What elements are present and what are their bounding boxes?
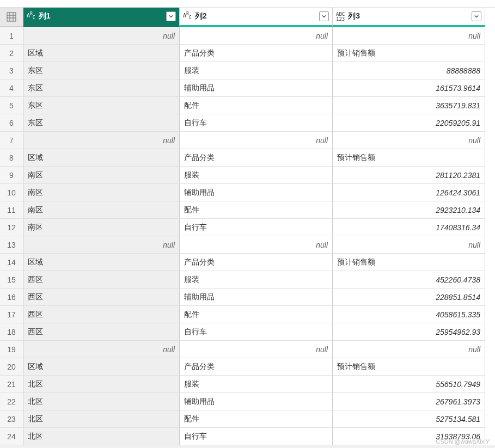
cell[interactable]: 北区 (23, 428, 180, 445)
table-row[interactable]: 15西区服装452260.4738 (0, 271, 495, 289)
cell[interactable]: 西区 (23, 271, 180, 289)
table-row[interactable]: 20区域产品分类预计销售额 (0, 358, 495, 376)
cell[interactable]: 服装 (180, 271, 333, 289)
cell[interactable]: null (23, 27, 180, 45)
cell[interactable]: 88888888 (333, 62, 485, 79)
cell[interactable]: 西区 (23, 323, 180, 341)
cell[interactable]: 区域 (23, 358, 180, 376)
row-number[interactable]: 1 (0, 27, 23, 45)
table-row[interactable]: 24北区自行车31938793.06 (0, 428, 495, 445)
row-number[interactable]: 4 (0, 79, 23, 97)
cell[interactable]: 267961.3973 (333, 393, 485, 410)
table-row[interactable]: 17西区配件4058615.335 (0, 306, 495, 323)
datatype-icon[interactable]: ABC (183, 12, 192, 20)
cell[interactable]: 辅助用品 (180, 289, 333, 306)
table-row[interactable]: 19nullnullnull (0, 341, 495, 358)
row-number[interactable]: 21 (0, 376, 23, 393)
cell[interactable]: 预计销售额 (333, 358, 485, 376)
cell[interactable]: 服装 (180, 167, 333, 184)
cell[interactable]: null (180, 341, 333, 358)
cell[interactable]: 东区 (23, 79, 180, 97)
table-row[interactable]: 13nullnullnull (0, 236, 495, 254)
row-number[interactable]: 2 (0, 45, 23, 62)
column-header-3[interactable]: ABC123列3 (333, 8, 485, 27)
cell[interactable]: 南区 (23, 184, 180, 201)
cell[interactable]: 2923210.134 (333, 201, 485, 219)
cell[interactable]: 产品分类 (180, 45, 333, 62)
cell[interactable]: 服装 (180, 62, 333, 79)
table-row[interactable]: 3东区服装88888888 (0, 62, 495, 79)
cell[interactable]: 配件 (180, 97, 333, 114)
datatype-icon[interactable]: ABC123 (336, 11, 345, 21)
row-number[interactable]: 20 (0, 358, 23, 376)
row-number[interactable]: 22 (0, 393, 23, 410)
cell[interactable]: 产品分类 (180, 149, 333, 167)
cell[interactable]: 北区 (23, 410, 180, 428)
cell[interactable]: 区域 (23, 45, 180, 62)
cell[interactable]: null (180, 236, 333, 254)
cell[interactable]: 辅助用品 (180, 184, 333, 201)
cell[interactable]: null (180, 27, 333, 45)
cell[interactable]: 西区 (23, 306, 180, 323)
cell[interactable]: 南区 (23, 201, 180, 219)
cell[interactable]: 126424.3061 (333, 184, 485, 201)
cell[interactable]: 22059205.91 (333, 114, 485, 132)
column-header-2[interactable]: ABC列2 (180, 8, 333, 27)
cell[interactable]: 东区 (23, 62, 180, 79)
cell[interactable]: 自行车 (180, 428, 333, 445)
column-header-1[interactable]: ABC列1 (23, 8, 180, 27)
row-number[interactable]: 15 (0, 271, 23, 289)
column-filter-dropdown[interactable] (472, 11, 481, 21)
row-number[interactable]: 12 (0, 219, 23, 236)
row-number[interactable]: 19 (0, 341, 23, 358)
cell[interactable]: 配件 (180, 410, 333, 428)
cell[interactable]: 281120.2381 (333, 167, 485, 184)
cell[interactable]: null (333, 132, 485, 149)
row-number[interactable]: 11 (0, 201, 23, 219)
cell[interactable]: 25954962.93 (333, 323, 485, 341)
row-number[interactable]: 23 (0, 410, 23, 428)
cell[interactable]: null (23, 341, 180, 358)
row-number[interactable]: 18 (0, 323, 23, 341)
cell[interactable]: 自行车 (180, 219, 333, 236)
table-row[interactable]: 21北区服装556510.7949 (0, 376, 495, 393)
row-number[interactable]: 16 (0, 289, 23, 306)
row-number[interactable]: 8 (0, 149, 23, 167)
table-row[interactable]: 8区域产品分类预计销售额 (0, 149, 495, 167)
cell[interactable]: 228851.8514 (333, 289, 485, 306)
table-row[interactable]: 6东区自行车22059205.91 (0, 114, 495, 132)
cell[interactable]: 452260.4738 (333, 271, 485, 289)
cell[interactable]: 区域 (23, 254, 180, 271)
select-all-corner[interactable] (0, 8, 23, 27)
cell[interactable]: 服装 (180, 376, 333, 393)
cell[interactable]: 产品分类 (180, 254, 333, 271)
row-number[interactable]: 14 (0, 254, 23, 271)
cell[interactable]: null (23, 132, 180, 149)
cell[interactable]: 17408316.34 (333, 219, 485, 236)
cell[interactable]: 161573.9614 (333, 79, 485, 97)
row-number[interactable]: 9 (0, 167, 23, 184)
row-number[interactable]: 10 (0, 184, 23, 201)
row-number[interactable]: 7 (0, 132, 23, 149)
table-row[interactable]: 4东区辅助用品161573.9614 (0, 79, 495, 97)
row-number[interactable]: 24 (0, 428, 23, 445)
cell[interactable]: 南区 (23, 167, 180, 184)
cell[interactable]: 西区 (23, 289, 180, 306)
cell[interactable]: 自行车 (180, 114, 333, 132)
table-row[interactable]: 1nullnullnull (0, 27, 495, 45)
datatype-icon[interactable]: ABC (27, 12, 35, 20)
row-number[interactable]: 13 (0, 236, 23, 254)
cell[interactable]: 5275134.581 (333, 410, 485, 428)
cell[interactable]: 预计销售额 (333, 45, 485, 62)
cell[interactable]: null (23, 236, 180, 254)
cell[interactable]: 预计销售额 (333, 254, 485, 271)
row-number[interactable]: 5 (0, 97, 23, 114)
table-row[interactable]: 23北区配件5275134.581 (0, 410, 495, 428)
cell[interactable]: 东区 (23, 114, 180, 132)
cell[interactable]: 辅助用品 (180, 79, 333, 97)
row-number[interactable]: 6 (0, 114, 23, 132)
table-row[interactable]: 5东区配件3635719.831 (0, 97, 495, 114)
cell[interactable]: null (333, 236, 485, 254)
table-row[interactable]: 2区域产品分类预计销售额 (0, 45, 495, 62)
cell[interactable]: null (333, 341, 485, 358)
